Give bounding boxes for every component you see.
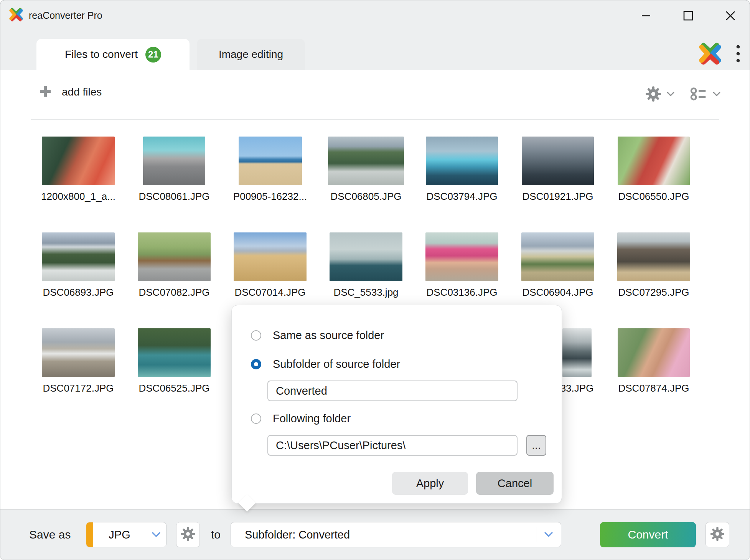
file-cell[interactable]: DSC06904.JPG [510,232,606,311]
tab-files-to-convert[interactable]: Files to convert 21 [36,39,190,70]
tab-files-label: Files to convert [65,48,138,61]
file-cell[interactable]: DSC03136.JPG [414,232,510,311]
file-cell[interactable]: P00905-16232... [222,137,318,215]
file-cell[interactable]: DSC07295.JPG [606,232,702,311]
chevron-down-icon[interactable] [536,532,561,538]
subfolder-name-input[interactable] [267,380,518,401]
file-cell[interactable]: DSC08061.JPG [126,137,222,215]
apply-button[interactable]: Apply [392,472,468,495]
file-settings-dropdown[interactable] [645,86,675,104]
file-name: DSC06805.JPG [331,191,402,203]
destination-popover: Same as source folder Subfolder of sourc… [231,305,562,504]
file-thumbnail[interactable] [42,328,115,377]
file-thumbnail[interactable] [143,137,205,185]
file-name: DSC07014.JPG [235,287,306,298]
view-options-dropdown[interactable] [689,86,721,104]
file-thumbnail[interactable] [234,232,307,281]
file-name: DSC06525.JPG [139,382,210,394]
file-cell[interactable]: DSC06525.JPG [126,328,222,407]
file-name: 33.JPG [560,382,594,394]
file-thumbnail[interactable] [42,232,115,281]
file-thumbnail[interactable] [138,328,211,377]
app-window: reaConverter Pro Files to convert 21 Ima… [0,0,750,560]
file-name: DSC07082.JPG [139,287,210,298]
destination-value: Subfolder: Converted [231,529,536,541]
chevron-down-icon[interactable] [146,532,166,538]
file-cell[interactable]: DSC07172.JPG [30,328,126,407]
to-label: to [211,510,221,560]
file-cell[interactable]: DSC01921.JPG [510,137,606,215]
format-settings-button[interactable] [176,522,200,547]
file-count-badge: 21 [145,47,161,63]
brand-logo-icon [698,42,722,67]
gear-icon [180,526,196,543]
file-name: DSC03794.JPG [427,191,498,203]
file-name: DSC01921.JPG [523,191,593,203]
window-title: reaConverter Pro [29,10,102,21]
browse-button[interactable]: ... [526,435,546,456]
file-grid-row: 1200x800_1_a... DSC08061.JPG P00905-1623… [30,119,705,215]
format-value: JPG [93,529,146,541]
file-thumbnail[interactable] [562,328,592,377]
format-select[interactable]: JPG [86,522,166,547]
close-button[interactable] [722,7,739,24]
following-folder-input[interactable] [267,435,518,456]
file-cell[interactable]: DSC06893.JPG [30,232,126,311]
file-name: 1200x800_1_a... [41,191,115,203]
file-thumbnail[interactable] [42,137,115,185]
file-thumbnail[interactable] [425,232,498,281]
option-following-folder[interactable]: Following folder [251,412,351,425]
file-cell[interactable]: DSC_5533.jpg [318,232,414,311]
file-thumbnail[interactable] [522,137,594,185]
file-cell[interactable]: DSC03794.JPG [414,137,510,215]
add-files-button[interactable]: add files [39,85,102,99]
option-same-label: Same as source folder [273,329,384,342]
gear-icon [645,86,662,104]
kebab-menu-icon[interactable] [736,42,740,67]
file-thumbnail[interactable] [521,232,594,281]
file-name: DSC03136.JPG [427,287,498,298]
radio-checked-icon[interactable] [251,359,261,369]
file-name: DSC07295.JPG [618,287,689,298]
convert-settings-button[interactable] [705,522,729,547]
option-subfolder[interactable]: Subfolder of source folder [251,358,400,371]
destination-select[interactable]: Subfolder: Converted [231,522,561,547]
file-name: DSC06550.JPG [618,191,689,203]
file-cell[interactable]: DSC06805.JPG [318,137,414,215]
convert-button[interactable]: Convert [600,522,696,547]
file-thumbnail[interactable] [617,232,690,281]
file-thumbnail[interactable] [239,137,302,185]
chevron-down-icon [666,91,675,98]
gear-icon [710,526,725,543]
option-following-label: Following folder [273,412,351,425]
file-thumbnail[interactable] [138,232,211,281]
maximize-button[interactable] [680,7,697,24]
tab-bar: Files to convert 21 Image editing [0,39,750,70]
file-thumbnail[interactable] [426,137,498,185]
cancel-button[interactable]: Cancel [476,472,554,495]
app-logo-icon [9,7,23,23]
minimize-button[interactable] [638,7,654,24]
radio-unchecked-icon[interactable] [251,330,261,341]
option-subfolder-label: Subfolder of source folder [273,358,400,371]
file-name: DSC_5533.jpg [333,287,398,298]
file-cell[interactable]: DSC06550.JPG [606,137,702,215]
file-cell[interactable]: 1200x800_1_a... [30,137,126,215]
plus-icon [39,85,52,99]
file-name: DSC08061.JPG [139,191,210,203]
files-toolbar: add files [0,70,750,119]
file-cell[interactable]: DSC07014.JPG [222,232,318,311]
file-thumbnail[interactable] [328,137,404,185]
option-same-as-source[interactable]: Same as source folder [251,329,384,342]
chevron-down-icon [712,91,721,98]
file-thumbnail[interactable] [618,137,690,185]
file-cell[interactable]: DSC07082.JPG [126,232,222,311]
save-as-label: Save as [29,510,71,560]
radio-unchecked-icon[interactable] [251,413,261,424]
file-name: DSC06893.JPG [43,287,114,298]
file-thumbnail[interactable] [330,232,402,281]
file-name: DSC07874.JPG [618,382,689,394]
tab-image-editing[interactable]: Image editing [197,39,305,70]
list-view-icon [689,86,708,104]
file-thumbnail[interactable] [618,328,690,377]
